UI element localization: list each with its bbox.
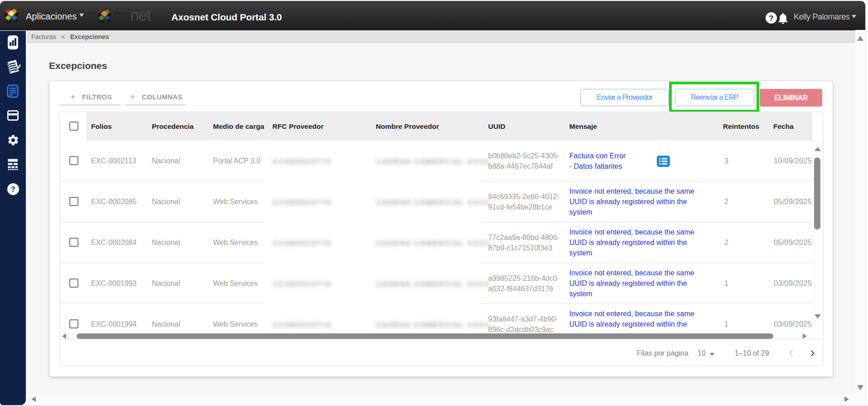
svg-text:?: ? (769, 14, 773, 23)
svg-text:?: ? (11, 186, 15, 193)
